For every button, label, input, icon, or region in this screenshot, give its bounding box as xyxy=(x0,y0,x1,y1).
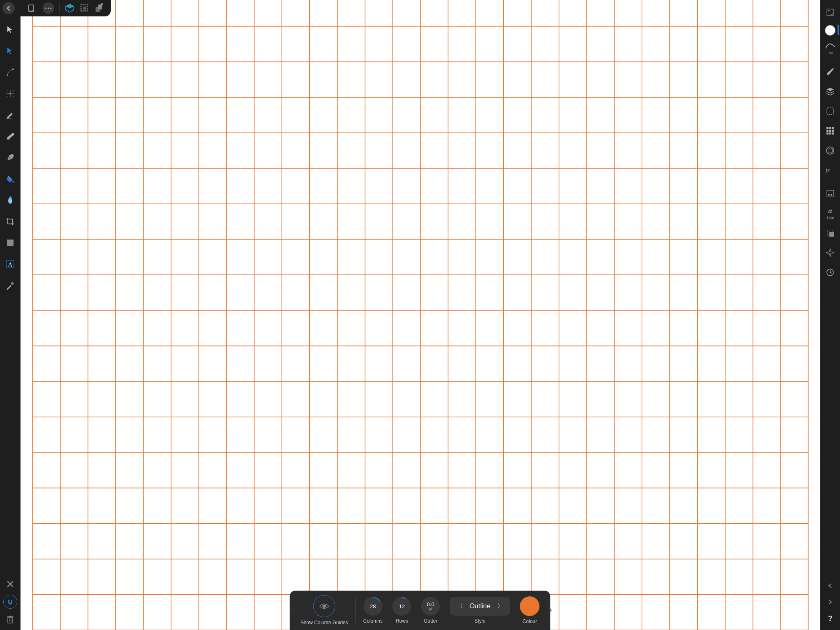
svg-point-50 xyxy=(31,10,32,11)
left-toolbar: A xyxy=(0,16,21,394)
svg-point-78 xyxy=(12,181,14,183)
svg-point-69 xyxy=(83,7,86,10)
svg-rect-67 xyxy=(84,10,86,11)
point-transform-tool[interactable] xyxy=(0,62,21,83)
designer-persona-button[interactable] xyxy=(62,1,77,16)
pixel-persona-button[interactable] xyxy=(77,1,92,16)
svg-point-79 xyxy=(9,199,12,203)
svg-rect-62 xyxy=(87,6,88,7)
svg-rect-59 xyxy=(84,4,86,5)
svg-rect-80 xyxy=(7,240,14,246)
svg-point-54 xyxy=(50,7,51,9)
svg-rect-64 xyxy=(87,8,88,9)
top-toolbar xyxy=(0,0,111,16)
svg-rect-63 xyxy=(80,8,82,9)
shape-tool[interactable] xyxy=(0,232,21,253)
transparency-tool[interactable] xyxy=(0,189,21,211)
svg-point-53 xyxy=(48,7,49,9)
svg-rect-66 xyxy=(82,10,84,11)
pencil-tool[interactable] xyxy=(0,104,21,126)
corner-tool[interactable] xyxy=(0,83,21,104)
svg-rect-71 xyxy=(98,5,102,9)
pen-tool[interactable] xyxy=(0,147,21,168)
svg-rect-60 xyxy=(87,4,88,5)
vector-brush-tool[interactable] xyxy=(0,126,21,147)
node-tool[interactable] xyxy=(0,40,21,62)
svg-rect-57 xyxy=(80,4,82,5)
svg-rect-83 xyxy=(11,282,14,285)
colour-picker-tool[interactable] xyxy=(0,275,21,296)
svg-point-52 xyxy=(45,7,46,9)
svg-marker-56 xyxy=(66,4,74,8)
svg-point-51 xyxy=(32,10,33,11)
more-menu-button[interactable] xyxy=(40,0,57,16)
back-button[interactable] xyxy=(0,0,17,16)
export-persona-button[interactable] xyxy=(92,1,107,16)
text-tool[interactable]: A xyxy=(0,253,21,275)
svg-rect-58 xyxy=(82,4,84,5)
svg-point-49 xyxy=(30,10,30,11)
svg-point-77 xyxy=(9,158,11,159)
move-tool[interactable] xyxy=(0,19,21,40)
svg-text:A: A xyxy=(8,261,13,268)
svg-rect-61 xyxy=(80,6,82,7)
canvas[interactable] xyxy=(21,0,525,394)
svg-rect-68 xyxy=(87,10,88,11)
fill-tool[interactable] xyxy=(0,168,21,189)
crop-tool[interactable] xyxy=(0,211,21,232)
svg-rect-65 xyxy=(80,10,82,11)
document-menu-button[interactable] xyxy=(23,0,40,16)
